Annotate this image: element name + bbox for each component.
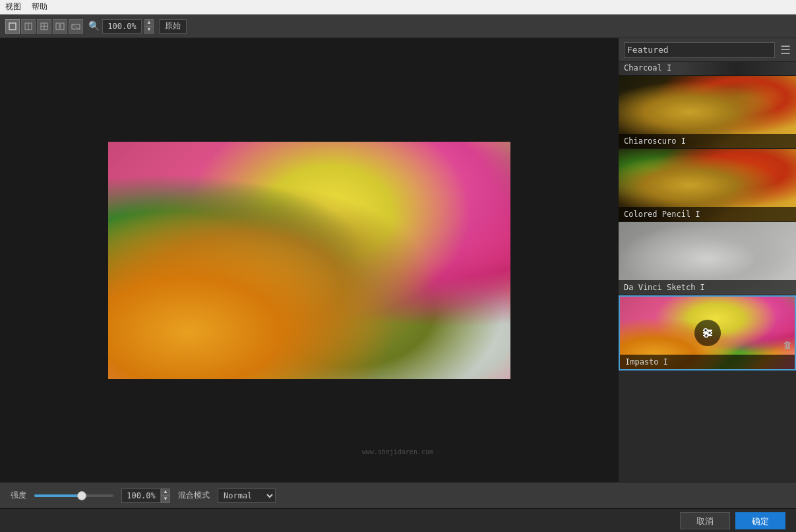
view-mode-group bbox=[5, 19, 83, 34]
zoom-control: 🔍 100.0% ▲ ▼ bbox=[88, 19, 154, 34]
intensity-down[interactable]: ▼ bbox=[161, 496, 170, 503]
view-mode-compare[interactable] bbox=[53, 19, 67, 34]
zoom-spinners: ▲ ▼ bbox=[144, 19, 154, 34]
view-mode-split-v[interactable] bbox=[21, 19, 36, 34]
painting-canvas bbox=[108, 142, 510, 379]
original-label: 原始 bbox=[159, 19, 187, 34]
intensity-slider-thumb[interactable] bbox=[77, 491, 86, 500]
impasto-settings-icon[interactable] bbox=[694, 320, 721, 346]
toolbar: 🔍 100.0% ▲ ▼ 原始 bbox=[0, 15, 796, 38]
view-mode-extra[interactable] bbox=[69, 19, 83, 34]
menubar: 视图 帮助 bbox=[0, 0, 796, 15]
svg-rect-6 bbox=[56, 23, 59, 30]
intensity-value-wrapper: ▲ ▼ bbox=[121, 488, 170, 503]
right-panel: Featured ☰ Charcoal I Chiaroscuro I Colo… bbox=[618, 38, 796, 482]
intensity-slider-container bbox=[34, 494, 113, 497]
filter-label-charcoal: Charcoal I bbox=[619, 62, 796, 75]
intensity-value-input[interactable] bbox=[121, 488, 161, 503]
intensity-up[interactable]: ▲ bbox=[161, 488, 170, 496]
svg-point-15 bbox=[704, 334, 708, 338]
bottom-toolbar: 强度 ▲ ▼ 混合模式 Normal Multiply Screen Overl… bbox=[0, 482, 796, 508]
svg-line-9 bbox=[72, 24, 80, 29]
filter-label-chiaroscuro: Chiaroscuro I bbox=[619, 134, 796, 148]
canvas-image bbox=[108, 142, 510, 379]
main-area: www.shejidaren.com Featured ☰ Charcoal I… bbox=[0, 38, 796, 482]
view-mode-quad[interactable] bbox=[37, 19, 51, 34]
canvas-area: www.shejidaren.com bbox=[0, 38, 618, 482]
svg-point-14 bbox=[708, 332, 711, 335]
filter-item-impasto[interactable]: 🗑 Impasto I bbox=[619, 295, 796, 370]
featured-dropdown[interactable]: Featured bbox=[624, 42, 775, 58]
watermark: www.shejidaren.com bbox=[362, 448, 433, 456]
filter-label-impasto: Impasto I bbox=[620, 355, 795, 369]
filter-label-colored-pencil: Colored Pencil I bbox=[619, 207, 796, 222]
filter-item-da-vinci[interactable]: Da Vinci Sketch I bbox=[619, 222, 796, 295]
panel-header: Featured ☰ bbox=[619, 38, 796, 62]
zoom-down[interactable]: ▼ bbox=[144, 26, 154, 34]
svg-rect-0 bbox=[9, 23, 16, 30]
intensity-slider-fill bbox=[34, 494, 82, 497]
cancel-button[interactable]: 取消 bbox=[680, 512, 730, 529]
confirm-button[interactable]: 确定 bbox=[735, 512, 785, 529]
filter-list: Charcoal I Chiaroscuro I Colored Pencil … bbox=[619, 62, 796, 482]
filter-label-da-vinci: Da Vinci Sketch I bbox=[619, 280, 796, 295]
menu-item-view[interactable]: 视图 bbox=[5, 1, 21, 13]
menu-item-help[interactable]: 帮助 bbox=[32, 1, 47, 13]
svg-rect-7 bbox=[61, 23, 64, 30]
view-mode-single[interactable] bbox=[5, 19, 20, 34]
filter-trash-icon[interactable]: 🗑 bbox=[783, 340, 792, 351]
filter-item-charcoal[interactable]: Charcoal I bbox=[619, 62, 796, 76]
action-bar: 取消 确定 bbox=[0, 508, 796, 532]
filter-item-chiaroscuro[interactable]: Chiaroscuro I bbox=[619, 76, 796, 149]
blend-mode-select[interactable]: Normal Multiply Screen Overlay bbox=[218, 488, 276, 503]
blend-mode-label: 混合模式 bbox=[178, 490, 210, 501]
zoom-up[interactable]: ▲ bbox=[144, 19, 154, 26]
zoom-input[interactable]: 100.0% bbox=[102, 19, 142, 34]
filter-item-colored-pencil[interactable]: Colored Pencil I bbox=[619, 149, 796, 222]
panel-settings-icon[interactable]: ☰ bbox=[780, 43, 791, 57]
intensity-label: 强度 bbox=[11, 490, 26, 501]
intensity-slider-track[interactable] bbox=[34, 494, 113, 497]
svg-point-13 bbox=[704, 329, 707, 332]
intensity-spinners: ▲ ▼ bbox=[161, 488, 170, 503]
zoom-icon: 🔍 bbox=[88, 20, 100, 32]
